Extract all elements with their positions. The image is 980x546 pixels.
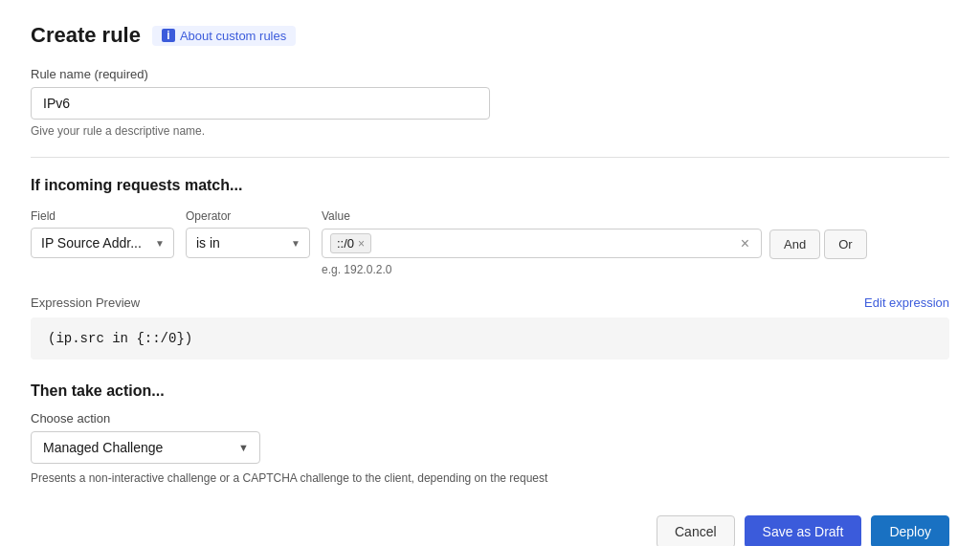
clear-value-button[interactable]: ×	[737, 236, 753, 251]
choose-action-label: Choose action	[31, 411, 949, 426]
value-col-label: Value	[322, 209, 867, 223]
operator-select[interactable]: is in	[186, 228, 310, 258]
tag-remove-icon[interactable]: ×	[358, 238, 365, 250]
or-button[interactable]: Or	[824, 229, 866, 259]
then-section: Then take action... Choose action Manage…	[31, 382, 949, 485]
expression-box: (ip.src in {::/0})	[31, 317, 949, 360]
page-title: Create rule	[31, 23, 141, 48]
field-col-label: Field	[31, 209, 174, 223]
footer-buttons: Cancel Save as Draft Deploy	[31, 515, 949, 546]
operator-col-label: Operator	[186, 209, 310, 223]
captcha-hint: Presents a non-interactive challenge or …	[31, 471, 567, 485]
operator-select-wrapper: is in ▼	[186, 228, 310, 258]
value-tag: ::/0 ×	[330, 233, 371, 253]
value-field-col: Value ::/0 × × And Or e.g.	[322, 209, 867, 276]
cancel-button[interactable]: Cancel	[657, 515, 735, 546]
operator-group: Operator is in ▼	[186, 209, 310, 258]
field-select-wrapper: IP Source Addr... ▼	[31, 228, 174, 258]
rule-name-label: Rule name (required)	[31, 67, 949, 81]
action-select[interactable]: Managed Challenge Block Allow Bypass Int…	[31, 431, 260, 464]
deploy-button[interactable]: Deploy	[871, 515, 949, 546]
edit-expression-link[interactable]: Edit expression	[864, 295, 949, 310]
value-eg-text: e.g. 192.0.2.0	[322, 263, 867, 276]
field-group: Field IP Source Addr... ▼	[31, 209, 174, 258]
create-rule-page: Create rule i About custom rules Rule na…	[31, 23, 949, 546]
save-as-draft-button[interactable]: Save as Draft	[745, 515, 862, 546]
field-select[interactable]: IP Source Addr...	[31, 228, 174, 258]
about-link-label: About custom rules	[180, 29, 286, 43]
expression-section: Expression Preview Edit expression (ip.s…	[31, 295, 949, 360]
expression-header: Expression Preview Edit expression	[31, 295, 949, 310]
match-section-title: If incoming requests match...	[31, 177, 949, 194]
action-select-wrapper: Managed Challenge Block Allow Bypass Int…	[31, 431, 260, 464]
title-row: Create rule i About custom rules	[31, 23, 949, 48]
rule-name-input[interactable]	[31, 87, 490, 120]
about-custom-rules-link[interactable]: i About custom rules	[152, 26, 296, 46]
expression-label: Expression Preview	[31, 295, 140, 310]
match-section: If incoming requests match... Field IP S…	[31, 177, 949, 276]
condition-row: Field IP Source Addr... ▼ Operator is in…	[31, 209, 949, 276]
value-row: ::/0 × × And Or	[322, 228, 867, 259]
and-button[interactable]: And	[769, 229, 820, 259]
value-inner-input[interactable]	[377, 236, 731, 251]
tag-text: ::/0	[337, 236, 354, 251]
and-or-row: And Or	[769, 229, 867, 259]
rule-name-hint: Give your rule a descriptive name.	[31, 124, 949, 138]
info-icon: i	[162, 29, 175, 42]
value-input-wrapper[interactable]: ::/0 × ×	[322, 229, 762, 258]
then-section-title: Then take action...	[31, 382, 949, 400]
rule-name-field: Rule name (required) Give your rule a de…	[31, 67, 949, 138]
section-divider	[31, 157, 949, 158]
